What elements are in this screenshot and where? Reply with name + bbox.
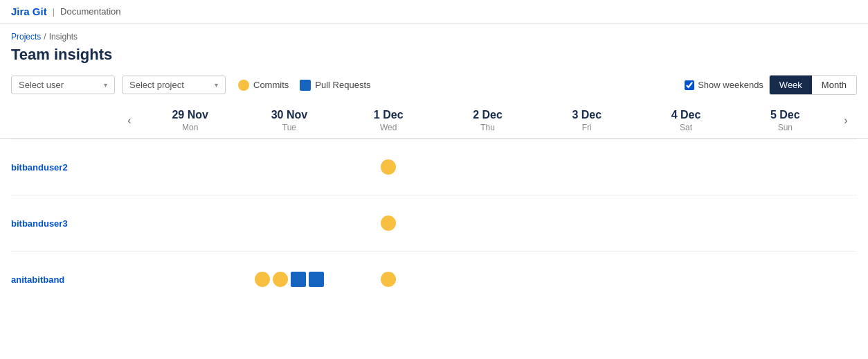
top-nav: Jira Git | Documentation (0, 0, 868, 24)
brand-name: Jira Git (11, 6, 47, 17)
toolbar: Select user ▾ Select project ▾ Commits P… (0, 75, 868, 103)
toolbar-right: Show weekends Week Month (685, 75, 857, 95)
table-row: bitbanduser2 (11, 139, 857, 195)
user-day-cell (339, 252, 438, 307)
commit-dot (255, 272, 270, 287)
next-nav-button[interactable]: › (835, 103, 857, 138)
user-day-cell (339, 139, 438, 195)
select-user-chevron-icon: ▾ (104, 81, 107, 89)
user-day-cell (537, 195, 636, 251)
user-name: anitabitband (11, 274, 118, 285)
user-day-cell (339, 195, 438, 251)
user-day-cell (438, 139, 537, 195)
breadcrumb-projects[interactable]: Projects (11, 32, 41, 42)
table-row: bitbanduser3 (11, 195, 857, 251)
user-day-cell (141, 139, 239, 195)
prs-icon (300, 80, 311, 91)
nav-documentation[interactable]: Documentation (60, 6, 120, 17)
select-user-dropdown[interactable]: Select user ▾ (11, 76, 115, 94)
day-col-header: 1 Dec Wed (339, 103, 438, 138)
user-day-cell (438, 252, 537, 307)
user-day-cell (141, 195, 239, 251)
commit-dot (381, 159, 396, 175)
user-day-cell (239, 139, 338, 195)
day-col-header: 29 Nov Mon (141, 103, 239, 138)
user-day-cells (141, 195, 835, 251)
day-col-header: 4 Dec Sat (636, 103, 735, 138)
user-day-cells (141, 252, 835, 307)
user-name: bitbanduser2 (11, 162, 118, 173)
pr-square (291, 272, 306, 287)
calendar: ‹ 29 Nov Mon 30 Nov Tue 1 Dec Wed 2 Dec … (0, 103, 868, 307)
commit-dot (273, 272, 288, 287)
table-row: anitabitband (11, 251, 857, 307)
show-weekends-text: Show weekends (698, 80, 763, 90)
user-col-spacer (11, 103, 118, 138)
show-weekends-checkbox-label[interactable]: Show weekends (685, 80, 763, 90)
legend-prs: Pull Requests (300, 80, 370, 91)
user-day-cell (736, 252, 835, 307)
view-toggle: Week Month (769, 75, 857, 95)
commits-icon (238, 80, 249, 91)
commit-dot (381, 272, 396, 287)
day-col-header: 3 Dec Fri (537, 103, 636, 138)
user-day-cell (636, 195, 735, 251)
user-day-cell (438, 195, 537, 251)
select-user-label: Select user (19, 80, 64, 90)
week-view-button[interactable]: Week (770, 76, 812, 94)
user-day-cell (736, 195, 835, 251)
user-day-cell (636, 252, 735, 307)
breadcrumb: Projects / Insights (0, 24, 868, 44)
select-project-label: Select project (129, 80, 184, 90)
user-day-cell (537, 252, 636, 307)
page-title: Team insights (0, 44, 868, 75)
user-day-cell (141, 252, 239, 307)
pr-square (309, 272, 324, 287)
user-rows: bitbanduser2bitbanduser3anitabitband (0, 139, 868, 307)
commits-label: Commits (253, 80, 289, 90)
prs-label: Pull Requests (315, 80, 370, 90)
user-day-cell (636, 139, 735, 195)
prev-nav-button[interactable]: ‹ (118, 103, 141, 138)
month-view-button[interactable]: Month (812, 76, 856, 94)
breadcrumb-sep: / (44, 32, 46, 42)
breadcrumb-insights: Insights (49, 32, 78, 42)
user-day-cell (736, 139, 835, 195)
user-name: bitbanduser3 (11, 218, 118, 229)
user-day-cells (141, 139, 835, 195)
day-headers: 29 Nov Mon 30 Nov Tue 1 Dec Wed 2 Dec Th… (141, 103, 835, 138)
user-day-cell (239, 252, 338, 307)
commit-dot (381, 216, 396, 231)
user-day-cell (239, 195, 338, 251)
legend-group: Commits Pull Requests (238, 80, 371, 91)
legend-commits: Commits (238, 80, 289, 91)
day-col-header: 2 Dec Thu (438, 103, 537, 138)
calendar-header: ‹ 29 Nov Mon 30 Nov Tue 1 Dec Wed 2 Dec … (0, 103, 868, 139)
user-day-cell (537, 139, 636, 195)
show-weekends-checkbox[interactable] (685, 80, 694, 90)
select-project-chevron-icon: ▾ (215, 81, 218, 89)
day-col-header: 30 Nov Tue (239, 103, 338, 138)
day-col-header: 5 Dec Sun (736, 103, 835, 138)
select-project-dropdown[interactable]: Select project ▾ (122, 76, 226, 94)
